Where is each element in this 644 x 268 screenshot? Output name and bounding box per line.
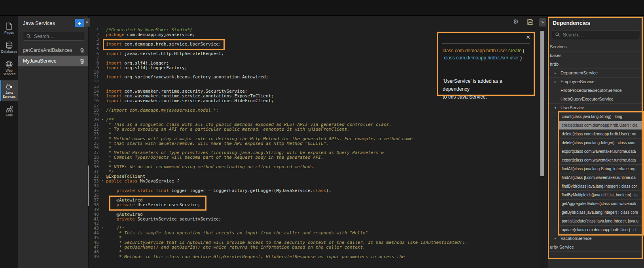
method-item[interactable]: getAggregatedValues(class com.wavemak [559,200,643,208]
chevron-down-icon[interactable]: ▾ [555,104,561,112]
code-line[interactable]: 48 * [89,250,540,255]
method-item[interactable]: count(class java.lang.String) : long [559,112,643,121]
fold-arrow-icon[interactable]: ▾ [99,179,106,184]
chevron-right-icon[interactable]: ▸ [555,69,561,77]
code-line[interactable]: 35 private static final Logger logger = … [89,188,540,193]
code-line[interactable]: 36 [89,193,540,198]
service-search[interactable] [23,32,84,41]
code-line[interactable]: 23 * [89,132,540,137]
sidebar-item-java-services[interactable]: Java Services [0,80,18,101]
dependencies-search[interactable] [552,30,640,39]
method-item[interactable]: partialUpdate(class java.lang.Integer, j… [559,217,643,226]
code-text: * Method names will play a major role in… [106,137,540,141]
chevron-right-icon[interactable]: ▸ [555,78,561,86]
code-line[interactable]: 40 @Autowired [89,212,540,217]
method-item[interactable]: export(class com.wavemaker.runtime.data [559,156,643,165]
tree-item-vacationservice[interactable]: ▸VacationService [548,234,643,243]
method-item[interactable]: findAll(class [Lcom.wavemaker.runtime.da [559,173,643,182]
code-text: private UserService userService; [106,203,540,207]
close-icon[interactable]: ✕ [526,34,530,40]
fold-spacer [99,122,106,127]
code-line[interactable]: 32@ExposeToClient [89,174,540,179]
code-line[interactable]: 38 private UserService userService; [89,203,540,207]
tree-item-services[interactable]: Services [548,43,643,51]
fold-arrow-icon[interactable]: ▾ [99,226,106,231]
editor-scrollbar[interactable] [540,16,545,268]
method-item[interactable]: delete(class com.demoapp.hrdb.User) : vo [559,130,643,139]
code-line[interactable]: 43▾ /** [89,226,540,231]
add-service-button[interactable]: + [75,19,84,27]
code-line[interactable]: 27 * Method Parameters of type primitive… [89,150,540,155]
code-line[interactable]: 18//import com.demoapp.myjavaservice.mod… [89,108,540,113]
code-line[interactable]: 47 * getUserName() and getUserId() etc w… [89,245,540,250]
method-item[interactable]: getById(class java.lang.Integer) : class… [559,208,643,217]
tree-item-urity-service[interactable]: urity Service [548,243,643,252]
trash-icon[interactable] [80,48,84,53]
editor-settings-gear-icon[interactable]: ⚙ [513,19,519,25]
service-list-item[interactable]: getCardsAndBalances [18,45,88,56]
code-line[interactable]: 44 * This is sample java operation that … [89,231,540,236]
fold-spacer [99,103,106,108]
method-item[interactable]: export(class com.wavemaker.runtime.data [559,147,643,156]
sidebar-item-apis[interactable]: APIs [0,103,18,120]
chevron-right-icon[interactable]: ▸ [555,234,561,243]
userservice-methods-list: count(class java.lang.String) : longcrea… [559,112,643,234]
line-number: 36 [89,193,99,198]
tree-item-departmentservice[interactable]: ▸DepartmentService [548,69,643,78]
code-line[interactable]: 45 * [89,236,540,240]
code-line[interactable]: 21 * This is a singleton class with all … [89,122,540,127]
code-text: * This is a singleton class with all its… [106,122,540,127]
code-line[interactable]: 49 * Methods in this class can declare H… [89,255,540,259]
tree-item-hrdbprocedureexecutorservice[interactable]: HrdbProcedureExecutorService [548,86,643,95]
line-number: 5 [89,47,99,51]
code-line[interactable]: 42 [89,221,540,226]
tree-item-hrdb[interactable]: hrdb [548,60,643,69]
code-line[interactable]: 46 * SecurityService that is Autowired w… [89,240,540,245]
scrollbar-thumb[interactable] [540,31,544,176]
tree-item-bases[interactable]: bases [548,51,643,60]
code-line[interactable]: 39 [89,207,540,212]
code-line[interactable]: 41 private SecurityService securityServi… [89,217,540,222]
tree-item-userservice[interactable]: ▾UserService [548,104,643,112]
code-line[interactable]: 22 * To avoid exposing an API for a part… [89,127,540,132]
code-line[interactable]: 24 * Method names will play a major role… [89,137,540,141]
sidebar-item-web-services[interactable]: Web Services [0,58,18,79]
method-item[interactable]: findAll(class java.lang.String, interfac… [559,165,643,173]
expand-panel-button[interactable]: » [539,18,546,27]
tree-item-employeeservice[interactable]: ▸EmployeeService [548,78,643,86]
method-item-selected[interactable]: create(class com.demoapp.hrdb.User) : cl… [559,121,643,130]
tree-item-hrdbqueryexecutorservice[interactable]: HrdbQueryExecutorService [548,95,643,104]
fold-spacer [99,198,106,203]
search-icon [27,34,31,38]
code-line[interactable]: 31 */ [89,169,540,174]
search-input[interactable] [562,32,636,38]
code-line[interactable]: 33▾public class MyJavaService { [89,179,540,184]
method-item[interactable]: findById(class java.lang.Integer) : clas… [559,182,643,191]
search-input[interactable] [33,33,81,40]
service-list-item-selected[interactable]: MyJavaService [18,56,88,67]
collapse-panel-button[interactable]: « [84,18,90,27]
code-line[interactable]: 19 [89,113,540,118]
code-line[interactable]: 17 [89,103,540,108]
code-line[interactable]: 29 * [89,160,540,165]
trash-icon[interactable] [80,59,84,64]
panel-splitter-handle[interactable] [88,165,89,206]
method-item[interactable]: update(class com.demoapp.hrdb.User) : cl [559,226,643,234]
code-line[interactable]: 30 * NOTE: We do not recommend using met… [89,165,540,169]
method-item[interactable]: findByMultipleIds(java.util.List, boolea… [559,191,643,200]
code-line[interactable]: 28 * Complex Types/Objects will become p… [89,155,540,160]
code-line[interactable]: 25 * that starts with delete/remove, wil… [89,141,540,146]
fold-spacer [99,61,106,66]
save-icon[interactable] [527,19,533,25]
sidebar-item-databases[interactable]: Databases [0,39,18,56]
sidebar-item-pages[interactable]: Pages [0,20,18,37]
code-line[interactable]: 20▾/** [89,118,540,122]
code-line[interactable]: 34 [89,184,540,188]
tree-item-label: DepartmentService [561,69,598,77]
tree-item-label: UserService [561,104,584,112]
code-line[interactable]: 37 @Autowired [89,198,540,203]
popup-divider [442,43,530,44]
code-line[interactable]: 26 * [89,146,540,150]
method-item[interactable]: delete(class java.lang.Integer) : class … [559,139,643,147]
fold-arrow-icon[interactable]: ▾ [99,118,106,122]
